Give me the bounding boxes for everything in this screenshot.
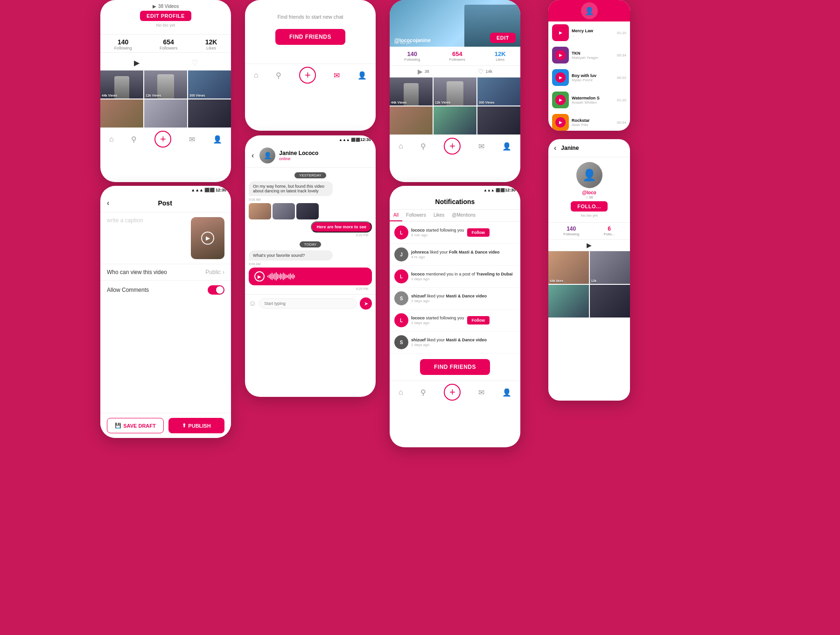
chevron-right-icon: › (223, 269, 224, 275)
partial-grid-1: 44k likes (548, 251, 589, 284)
home-icon[interactable]: ⌂ (109, 135, 114, 143)
grid-cell-1: 44k Views (390, 78, 433, 106)
allow-comments-row[interactable]: Allow Comments (100, 280, 231, 299)
profile-icon[interactable]: 👤 (502, 142, 511, 151)
emoji-icon[interactable]: ☺ (249, 299, 256, 308)
add-button[interactable]: + (444, 384, 461, 401)
heart-tab-icon[interactable]: ♡ (191, 58, 198, 67)
notif-item-1: L lococo started following you 6 min ago… (390, 222, 520, 244)
play-icon: ▶ (555, 72, 566, 83)
follow-button[interactable]: FOLLO... (571, 201, 607, 212)
notif-item-5: L lococo started following you 2 days ag… (390, 310, 520, 332)
inbox-icon[interactable]: ✉ (478, 388, 484, 397)
partial-followers: 6 Follo... (604, 226, 615, 236)
play-button[interactable]: ▶ (201, 232, 214, 245)
likes-tab[interactable]: ♡ 14k (478, 68, 493, 75)
notifications-tabs: All Followers Likes @Mentions (390, 210, 520, 222)
post-title: Post (115, 199, 215, 207)
inbox-icon[interactable]: ✉ (189, 135, 195, 144)
notif-item-3: L lococo mentioned you in a post of Trav… (390, 266, 520, 288)
find-friends-button[interactable]: FIND FRIENDS (420, 359, 490, 375)
phone-chat: ▲▲▲ ⬛⬛ 12:30 ‹ 👤 Janine Lococo online YE… (245, 135, 376, 397)
chat-avatar: 👤 (259, 148, 275, 163)
add-button[interactable]: + (444, 138, 461, 155)
notif-avatar-1: L (394, 226, 408, 240)
audio-waveform (267, 272, 366, 281)
toggle-knob (216, 286, 224, 294)
home-icon[interactable]: ⌂ (254, 71, 259, 79)
send-button[interactable]: ➤ (360, 297, 372, 310)
phone-music-list: 👤 ▶ Mercy Law ... 01:10 ▶ TKN Makiyah Ye… (548, 0, 630, 131)
tab-all[interactable]: All (390, 210, 402, 221)
play-tab-icon[interactable]: ▶ (134, 58, 140, 67)
profile-cover: @lococojanine No bio yet EDIT (390, 0, 520, 47)
message-time-1: 9:06 AM (249, 198, 372, 201)
inbox-icon[interactable]: ✉ (334, 71, 340, 80)
back-button[interactable]: ‹ (105, 197, 111, 209)
allow-comments-toggle[interactable] (208, 285, 224, 295)
status-bar: ▲▲▲ ⬛⬛ 12:30 (390, 186, 520, 194)
caption-area: write a caption ▶ (100, 212, 231, 264)
tab-mentions[interactable]: @Mentions (448, 210, 479, 221)
phone-notifications: ▲▲▲ ⬛⬛ 12:30 Notifications All Followers… (390, 186, 520, 447)
audio-play-button[interactable]: ▶ (254, 271, 265, 282)
chat-input[interactable] (259, 298, 357, 309)
home-icon[interactable]: ⌂ (399, 142, 403, 150)
find-friends-button[interactable]: FIND FRIENDS (275, 29, 345, 45)
chat-header: ‹ 👤 Janine Lococo online (245, 144, 376, 168)
back-button[interactable]: ‹ (250, 149, 256, 162)
profile-icon[interactable]: 👤 (357, 71, 367, 80)
search-icon[interactable]: ⚲ (420, 142, 426, 151)
grid-cell-4 (100, 99, 143, 127)
notif-item-4: S shizuef liked your Masti & Dance video… (390, 288, 520, 310)
follow-button-1[interactable]: Follow (467, 228, 490, 237)
edit-button[interactable]: EDIT (490, 33, 516, 43)
phone-partial-profile: ‹ Janine 👤 @loco ○ 38 FOLLO... No bio ye… (548, 139, 630, 401)
video-tab-icon[interactable]: ▶ (587, 241, 592, 249)
grid-cell-5 (144, 99, 187, 127)
partial-grid-3 (548, 285, 589, 318)
search-icon[interactable]: ⚲ (131, 135, 137, 144)
partial-following: 140 Following (563, 226, 579, 236)
notif-avatar-2: J (394, 247, 408, 261)
videos-tab[interactable]: ▶ 38 (418, 68, 429, 75)
following-stat: 140 Following (114, 38, 132, 50)
music-item-1[interactable]: ▶ Mercy Law ... 01:10 (548, 21, 630, 44)
play-icon: ▶ (555, 117, 566, 127)
see-more-button[interactable]: Here are few more to see (311, 221, 372, 233)
search-icon[interactable]: ⚲ (420, 388, 426, 397)
tab-followers[interactable]: Followers (402, 210, 430, 221)
edit-profile-button[interactable]: EDIT PROFILE (140, 11, 191, 21)
music-item-2[interactable]: ▶ TKN Makiyah Yeager 00:34 (548, 44, 630, 66)
add-button[interactable]: + (154, 131, 171, 148)
tab-likes[interactable]: Likes (430, 210, 448, 221)
notifications-title: Notifications (393, 198, 517, 205)
profile-icon[interactable]: 👤 (213, 135, 222, 144)
save-icon: 💾 (115, 423, 121, 429)
save-draft-button[interactable]: 💾 SAVE DRAFT (107, 418, 164, 433)
music-item-3[interactable]: ▶ Boy with luv Mylan Pierre 00:22 (548, 66, 630, 89)
followers-stat: 654 Followers (160, 38, 178, 50)
music-item-4[interactable]: ▶ Watermelon S Anaiah Whitten 01:10 (548, 89, 630, 111)
play-icon: ▶ (555, 95, 566, 105)
add-button[interactable]: + (299, 67, 316, 84)
grid-cell-1: 44k Views (100, 71, 143, 99)
back-button[interactable]: ‹ (552, 142, 558, 154)
publish-button[interactable]: ⬆ PUBLISH (168, 418, 224, 433)
who-can-view-row[interactable]: Who can view this video Public › (100, 264, 231, 280)
music-item-5[interactable]: ▶ Rockstar Aliah Pitts 00:34 (548, 111, 630, 131)
follow-button-2[interactable]: Follow (467, 316, 490, 325)
grid-cell-6 (477, 106, 520, 134)
profile-icon[interactable]: 👤 (502, 388, 511, 397)
home-icon[interactable]: ⌂ (399, 388, 403, 396)
caption-input[interactable]: write a caption (107, 217, 186, 224)
notif-avatar-3: L (394, 269, 408, 283)
audio-bubble[interactable]: ▶ (249, 268, 372, 285)
empty-chat-text: Find friends to start new chat (250, 14, 371, 20)
inbox-icon[interactable]: ✉ (478, 142, 484, 151)
search-icon[interactable]: ⚲ (276, 71, 281, 80)
grid-cell-3: 300 Views (188, 71, 231, 99)
status-bar: ▲▲▲ ⬛⬛ 12:30 (245, 135, 376, 144)
no-bio-overlay: No bio yet (394, 41, 411, 45)
notif-avatar-6: S (394, 335, 408, 349)
